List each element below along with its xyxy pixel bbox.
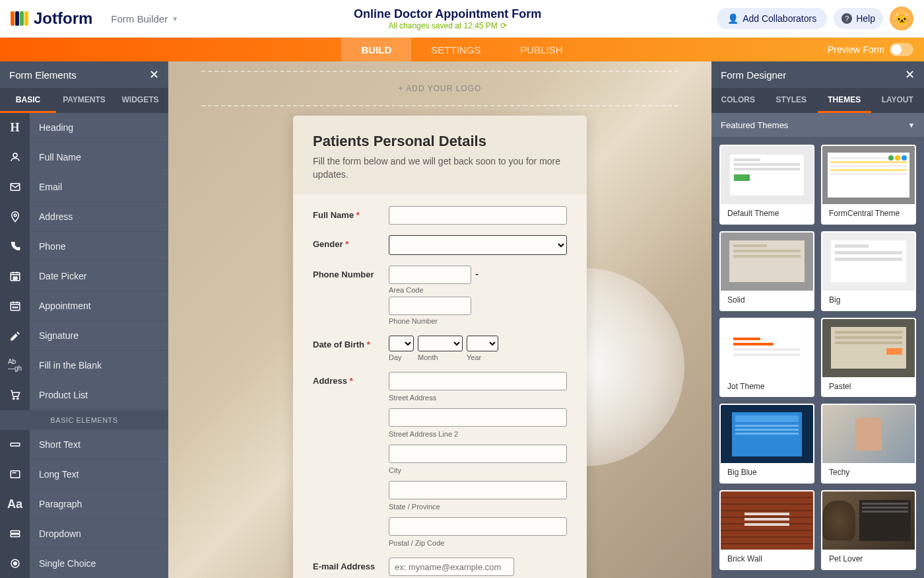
svg-point-8 (16, 307, 18, 308)
add-logo-placeholder[interactable]: + ADD YOUR LOGO (201, 71, 678, 106)
close-icon[interactable]: ✕ (149, 67, 159, 82)
element-singlechoice[interactable]: Single Choice (0, 549, 168, 578)
tab-themes[interactable]: THEMES (818, 88, 871, 113)
theme-jot[interactable]: Jot Theme (719, 318, 814, 398)
tab-widgets[interactable]: WIDGETS (112, 88, 168, 113)
element-signature[interactable]: Signature (0, 321, 168, 351)
gender-select[interactable] (389, 235, 567, 255)
svg-point-10 (16, 398, 18, 399)
logo-text: Jotform (34, 9, 92, 28)
tab-payments[interactable]: PAYMENTS (56, 88, 112, 113)
heading-icon: H (0, 113, 30, 143)
saved-status: All changes saved at 12:45 PM (388, 21, 497, 30)
theme-big[interactable]: Big (821, 231, 916, 311)
svg-point-0 (13, 153, 17, 157)
appointment-icon (0, 291, 30, 321)
svg-point-6 (15, 307, 16, 308)
help-button[interactable]: ? Help (834, 8, 883, 29)
theme-techy[interactable]: Techy (821, 404, 916, 484)
calendar-icon: 10 (0, 262, 30, 291)
logo[interactable]: Jotform (11, 9, 92, 28)
canvas[interactable]: + ADD YOUR LOGO Patients Personal Detail… (168, 61, 711, 578)
street-input[interactable] (389, 372, 567, 390)
user-icon (0, 143, 30, 172)
mail-icon (0, 172, 30, 202)
signature-icon (0, 321, 30, 351)
radio-icon (0, 549, 30, 579)
element-heading[interactable]: HHeading (0, 113, 168, 143)
section-header: BASIC ELEMENTS (0, 410, 168, 430)
theme-default[interactable]: Default Theme (719, 145, 814, 225)
element-appointment[interactable]: Appointment (0, 291, 168, 321)
pin-icon (0, 202, 30, 232)
theme-formcentral[interactable]: FormCentral Theme (821, 145, 916, 225)
theme-petlover[interactable]: Pet Lover (821, 490, 916, 570)
left-panel-title: Form Elements (9, 69, 77, 81)
preview-label: Preview Form (828, 44, 884, 55)
form-card[interactable]: Patients Personal Details Fill the form … (293, 116, 587, 578)
dob-year[interactable] (467, 336, 498, 351)
right-panel-title: Form Designer (721, 69, 786, 81)
svg-text:10: 10 (13, 276, 17, 280)
tab-build[interactable]: BUILD (341, 38, 411, 61)
paragraph-icon: Aa (0, 489, 30, 519)
theme-solid[interactable]: Solid (719, 231, 814, 311)
phone-icon (0, 232, 30, 262)
themes-dropdown[interactable]: Featured Themes ▼ (711, 113, 924, 137)
close-icon[interactable]: ✕ (905, 67, 915, 82)
cart-icon (0, 380, 30, 410)
element-productlist[interactable]: Product List (0, 380, 168, 410)
theme-bigblue[interactable]: Big Blue (719, 404, 814, 484)
full-name-input[interactable] (389, 206, 567, 225)
element-email[interactable]: Email (0, 172, 168, 202)
shorttext-icon (0, 430, 30, 460)
form-builder-dropdown[interactable]: Form Builder ▼ (111, 13, 178, 24)
email-input[interactable] (389, 558, 514, 576)
form-heading: Patients Personal Details (313, 133, 567, 150)
avatar[interactable]: 🐱 (890, 7, 913, 30)
refresh-icon: ⟳ (500, 21, 507, 30)
dob-month[interactable] (418, 336, 463, 351)
element-address[interactable]: Address (0, 202, 168, 232)
element-shorttext[interactable]: Short Text (0, 430, 168, 460)
longtext-icon (0, 460, 30, 489)
theme-brickwall[interactable]: Brick Wall (719, 490, 814, 570)
tab-publish[interactable]: PUBLISH (500, 38, 582, 61)
element-longtext[interactable]: Long Text (0, 460, 168, 489)
dob-day[interactable] (389, 336, 414, 351)
svg-point-7 (13, 307, 14, 308)
element-dropdown[interactable]: Dropdown (0, 519, 168, 549)
state-input[interactable] (389, 481, 567, 499)
area-code-input[interactable] (389, 266, 471, 284)
help-icon: ? (842, 13, 852, 24)
phone-number-input[interactable] (389, 297, 471, 315)
tab-basic[interactable]: BASIC (0, 88, 56, 113)
tab-colors[interactable]: COLORS (711, 88, 765, 113)
fillblank-icon: Ab—gh (0, 351, 30, 380)
form-title: Online Doctor Appointment Form (178, 7, 717, 21)
logo-icon (11, 11, 28, 26)
left-panel: Form Elements ✕ BASIC PAYMENTS WIDGETS H… (0, 61, 168, 578)
tab-styles[interactable]: STYLES (765, 88, 818, 113)
element-phone[interactable]: Phone (0, 232, 168, 262)
element-fillblank[interactable]: Ab—ghFill in the Blank (0, 351, 168, 380)
street2-input[interactable] (389, 408, 567, 427)
svg-point-16 (13, 562, 16, 565)
person-icon: 👤 (727, 13, 739, 24)
add-collaborators-button[interactable]: 👤 Add Collaborators (717, 8, 827, 29)
element-paragraph[interactable]: AaParagraph (0, 489, 168, 519)
dropdown-icon (0, 519, 30, 549)
tab-layout[interactable]: LAYOUT (871, 88, 925, 113)
postal-input[interactable] (389, 517, 567, 536)
element-fullname[interactable]: Full Name (0, 143, 168, 172)
svg-rect-12 (11, 471, 20, 478)
preview-toggle[interactable] (890, 43, 913, 56)
city-input[interactable] (389, 445, 567, 463)
svg-rect-11 (11, 443, 20, 447)
theme-pastel[interactable]: Pastel (821, 318, 916, 398)
svg-rect-13 (11, 531, 20, 534)
chevron-down-icon: ▼ (908, 122, 915, 129)
element-datepicker[interactable]: 10Date Picker (0, 262, 168, 291)
avatar-icon: 🐱 (894, 11, 910, 26)
tab-settings[interactable]: SETTINGS (411, 38, 500, 61)
